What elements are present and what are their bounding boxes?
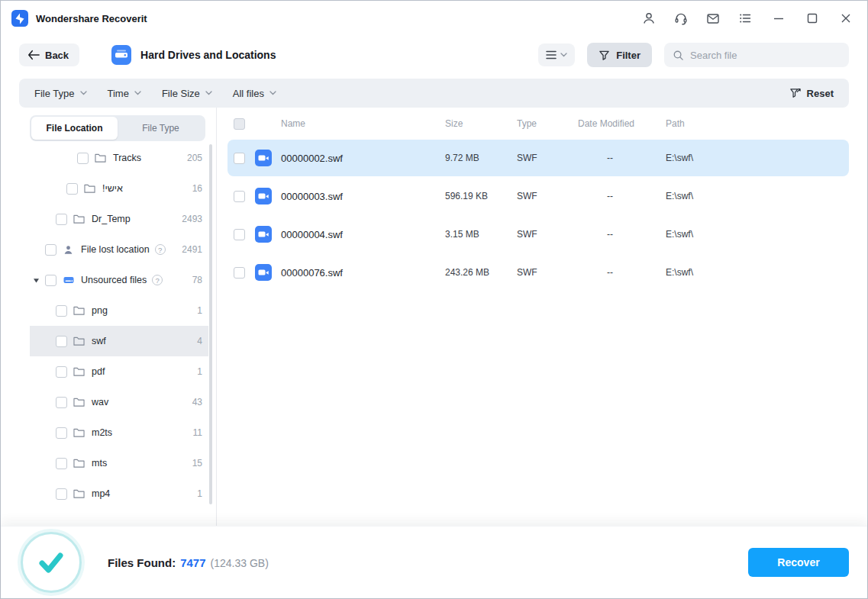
column-header-path[interactable]: Path <box>666 118 849 129</box>
tab-file-location[interactable]: File Location <box>31 117 118 140</box>
video-file-icon <box>255 188 281 204</box>
filter-bar: File Type Time File Size All files Reset <box>19 79 849 108</box>
sidebar: File Location File Type Tracks 205 <box>19 108 217 526</box>
file-size: 3.15 MB <box>445 229 517 240</box>
sidebar-tree-item[interactable]: png 1 <box>30 295 208 326</box>
item-count: 2491 <box>182 244 208 255</box>
chevron-down-icon <box>134 91 141 95</box>
file-name: 00000002.swf <box>281 153 445 164</box>
sidebar-scrollbar[interactable] <box>209 144 212 504</box>
file-type: SWF <box>517 229 578 240</box>
close-button[interactable] <box>838 11 853 26</box>
funnel-icon <box>599 50 610 61</box>
search-input[interactable] <box>690 50 841 61</box>
item-checkbox[interactable] <box>56 336 67 347</box>
tree-item-label: Tracks <box>113 153 141 163</box>
column-header-type[interactable]: Type <box>517 118 578 129</box>
sidebar-tree-item[interactable]: Dr_Temp 2493 <box>30 204 208 234</box>
sidebar-tree-item[interactable]: swf 4 <box>30 326 208 356</box>
item-count: 15 <box>192 458 208 469</box>
tab-file-type[interactable]: File Type <box>118 117 204 140</box>
row-checkbox[interactable] <box>234 267 245 279</box>
file-type: SWF <box>517 191 578 201</box>
file-row[interactable]: 00000076.swf 243.26 MB SWF -- E:\swf\ <box>227 254 849 291</box>
reset-filters-button[interactable]: Reset <box>789 87 834 99</box>
back-button[interactable]: Back <box>19 43 79 66</box>
item-count: 43 <box>192 397 208 407</box>
maximize-button[interactable] <box>805 11 820 26</box>
help-icon[interactable] <box>152 275 163 285</box>
sidebar-tree-item[interactable]: mp4 1 <box>30 478 208 509</box>
inbox-mail-icon[interactable] <box>705 11 721 26</box>
item-checkbox[interactable] <box>56 366 67 378</box>
file-row[interactable]: 00000003.swf 596.19 KB SWF -- E:\swf\ <box>227 178 849 214</box>
filter-file-size[interactable]: File Size <box>162 88 212 99</box>
row-checkbox[interactable] <box>234 191 245 202</box>
page-title: Hard Drives and Locations <box>140 49 276 61</box>
column-header-date-modified[interactable]: Date Modified <box>578 118 666 129</box>
item-checkbox[interactable] <box>45 275 56 286</box>
item-checkbox[interactable] <box>56 305 67 317</box>
file-type: SWF <box>517 153 578 163</box>
help-icon[interactable] <box>155 244 166 255</box>
scan-complete-check-icon <box>21 532 82 593</box>
column-header-name[interactable]: Name <box>281 118 445 129</box>
sidebar-tree-item[interactable]: m2ts 11 <box>30 417 208 448</box>
sidebar-tree-item[interactable]: mts 15 <box>30 448 208 478</box>
item-count: 205 <box>187 153 208 163</box>
filter-time[interactable]: Time <box>108 88 141 99</box>
files-found-label: Files Found: <box>108 556 176 569</box>
item-checkbox[interactable] <box>56 488 67 500</box>
sidebar-tree-item[interactable]: pdf 1 <box>30 356 208 387</box>
folder-icon <box>73 488 86 499</box>
minimize-button[interactable] <box>771 11 786 26</box>
item-checkbox[interactable] <box>56 214 67 225</box>
tree-item-label: Dr_Temp <box>92 214 131 224</box>
filter-button[interactable]: Filter <box>587 43 652 67</box>
tree-item-label: swf <box>92 336 106 346</box>
sidebar-tree-item[interactable]: File lost location 2491 <box>30 234 208 265</box>
item-checkbox[interactable] <box>56 458 67 469</box>
task-list-icon[interactable] <box>737 11 753 26</box>
file-row[interactable]: 00000002.swf 9.72 MB SWF -- E:\swf\ <box>227 140 849 176</box>
search-icon <box>673 50 684 61</box>
tree-item-label: !אישי <box>102 183 123 194</box>
view-options-button[interactable] <box>538 43 575 66</box>
expander-icon[interactable] <box>33 277 45 284</box>
file-row[interactable]: 00000004.swf 3.15 MB SWF -- E:\swf\ <box>227 216 849 253</box>
sidebar-tree-item[interactable]: Unsourced files 78 <box>30 265 208 295</box>
files-found-status: Files Found: 7477 (124.33 GB) <box>108 556 269 569</box>
chevron-down-icon <box>269 91 276 95</box>
item-count: 16 <box>192 183 208 194</box>
files-found-count: 7477 <box>180 556 205 569</box>
folder-icon <box>73 366 86 377</box>
footer-bar: Files Found: 7477 (124.33 GB) Recover <box>1 526 867 598</box>
item-checkbox[interactable] <box>45 244 56 256</box>
file-path: E:\swf\ <box>666 267 849 278</box>
item-checkbox[interactable] <box>56 427 67 439</box>
search-box[interactable] <box>664 43 849 67</box>
row-checkbox[interactable] <box>234 153 245 164</box>
filter-file-type[interactable]: File Type <box>34 88 87 99</box>
reset-label: Reset <box>807 88 834 99</box>
sidebar-tree-item[interactable]: wav 43 <box>30 387 208 417</box>
filter-all-files-label: All files <box>233 88 264 99</box>
account-icon[interactable] <box>641 11 657 26</box>
row-checkbox[interactable] <box>234 229 245 240</box>
item-checkbox[interactable] <box>77 153 89 164</box>
folder-icon <box>94 153 107 163</box>
file-path: E:\swf\ <box>666 153 849 163</box>
tree-item-label: mp4 <box>92 488 110 499</box>
select-all-checkbox[interactable] <box>234 118 245 130</box>
sidebar-tree-item[interactable]: Tracks 205 <box>30 143 208 173</box>
filter-all-files[interactable]: All files <box>233 88 276 99</box>
file-rows: 00000002.swf 9.72 MB SWF -- E:\swf\ 0000… <box>217 140 867 292</box>
hard-drive-icon <box>111 45 131 65</box>
support-headset-icon[interactable] <box>673 11 689 26</box>
back-arrow-icon <box>27 50 40 60</box>
column-header-size[interactable]: Size <box>445 118 517 129</box>
item-checkbox[interactable] <box>56 397 67 408</box>
item-checkbox[interactable] <box>66 183 78 195</box>
recover-button[interactable]: Recover <box>748 548 849 577</box>
sidebar-tree-item[interactable]: !אישי 16 <box>30 173 208 204</box>
